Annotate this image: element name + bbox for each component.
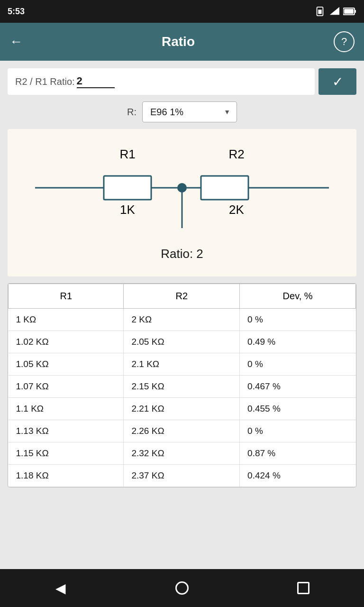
- series-row: R: E6 20% E12 10% E24 5% E48 2% E96 1% E…: [8, 101, 356, 122]
- series-select-wrapper[interactable]: E6 20% E12 10% E24 5% E48 2% E96 1% E192…: [142, 101, 237, 122]
- cell-r1: 1.05 KΩ: [9, 353, 124, 376]
- battery-icon: [343, 8, 356, 15]
- series-label: R:: [127, 107, 136, 118]
- cell-r1: 1.15 KΩ: [9, 442, 124, 465]
- cell-dev: 0.467 %: [240, 376, 356, 398]
- svg-rect-1: [318, 9, 321, 14]
- confirm-button[interactable]: ✓: [318, 68, 356, 95]
- cell-dev: 0.49 %: [240, 331, 356, 353]
- r1-label: R1: [119, 147, 135, 161]
- ratio-display: Ratio: 2: [161, 247, 203, 261]
- nav-recents-button[interactable]: [292, 577, 315, 599]
- results-table: R1 R2 Dev, % 1 KΩ2 KΩ0 %1.02 KΩ2.05 KΩ0.…: [8, 283, 356, 487]
- cell-r2: 2.26 KΩ: [124, 420, 240, 442]
- sim-icon: [315, 6, 325, 17]
- ratio-input-container: R2 / R1 Ratio:: [8, 68, 315, 95]
- col-r2-header: R2: [124, 284, 240, 309]
- cell-r1: 1.18 KΩ: [9, 465, 124, 487]
- table-row: 1.15 KΩ2.32 KΩ0.87 %: [9, 442, 356, 465]
- table-row: 1.13 KΩ2.26 KΩ0 %: [9, 420, 356, 442]
- svg-rect-4: [355, 10, 356, 13]
- cell-dev: 0 %: [240, 353, 356, 376]
- main-content: R2 / R1 Ratio: ✓ R: E6 20% E12 10% E24 5…: [0, 61, 364, 569]
- svg-rect-5: [344, 9, 354, 14]
- r2-value: 2K: [229, 202, 244, 217]
- cell-r2: 2.21 KΩ: [124, 398, 240, 420]
- nav-bar: [0, 569, 364, 607]
- r1-value: 1K: [120, 202, 135, 217]
- cell-r2: 2.1 KΩ: [124, 353, 240, 376]
- cell-dev: 0.424 %: [240, 465, 356, 487]
- cell-r1: 1 KΩ: [9, 309, 124, 331]
- cell-dev: 0.87 %: [240, 442, 356, 465]
- r2-label: R2: [228, 147, 244, 161]
- cell-r1: 1.1 KΩ: [9, 398, 124, 420]
- table-row: 1 KΩ2 KΩ0 %: [9, 309, 356, 331]
- cell-r1: 1.13 KΩ: [9, 420, 124, 442]
- cell-r2: 2.05 KΩ: [124, 331, 240, 353]
- col-dev-header: Dev, %: [240, 284, 356, 309]
- app-bar: ← Ratio ?: [0, 23, 364, 61]
- nav-back-button[interactable]: [49, 577, 72, 599]
- input-row: R2 / R1 Ratio: ✓: [8, 68, 356, 95]
- help-button[interactable]: ?: [334, 31, 355, 52]
- page-title: Ratio: [162, 34, 195, 49]
- cell-r2: 2 KΩ: [124, 309, 240, 331]
- table-row: 1.02 KΩ2.05 KΩ0.49 %: [9, 331, 356, 353]
- status-time: 5:53: [8, 7, 25, 17]
- cell-dev: 0.455 %: [240, 398, 356, 420]
- col-r1-header: R1: [9, 284, 124, 309]
- ratio-label: R2 / R1 Ratio:: [15, 76, 75, 87]
- table-row: 1.07 KΩ2.15 KΩ0.467 %: [9, 376, 356, 398]
- table-row: 1.1 KΩ2.21 KΩ0.455 %: [9, 398, 356, 420]
- cell-r2: 2.37 KΩ: [124, 465, 240, 487]
- cell-dev: 0 %: [240, 309, 356, 331]
- back-button[interactable]: ←: [9, 34, 23, 49]
- status-icons: [315, 6, 356, 17]
- status-bar: 5:53: [0, 0, 364, 23]
- cell-r2: 2.15 KΩ: [124, 376, 240, 398]
- series-select[interactable]: E6 20% E12 10% E24 5% E48 2% E96 1% E192…: [142, 101, 237, 122]
- cell-r1: 1.07 KΩ: [9, 376, 124, 398]
- cell-r2: 2.32 KΩ: [124, 442, 240, 465]
- circuit-card: R1 R2 1K 2K Ratio: 2: [8, 129, 356, 276]
- cell-dev: 0 %: [240, 420, 356, 442]
- table-row: 1.05 KΩ2.1 KΩ0 %: [9, 353, 356, 376]
- svg-marker-2: [330, 7, 339, 15]
- cell-r1: 1.02 KΩ: [9, 331, 124, 353]
- r2-box: [201, 176, 248, 200]
- circuit-diagram: R1 R2 1K 2K: [21, 140, 343, 235]
- r1-box: [104, 176, 151, 200]
- nav-home-button[interactable]: [171, 577, 193, 599]
- signal-icon: [329, 6, 339, 17]
- table-row: 1.18 KΩ2.37 KΩ0.424 %: [9, 465, 356, 487]
- ratio-input[interactable]: [77, 75, 115, 88]
